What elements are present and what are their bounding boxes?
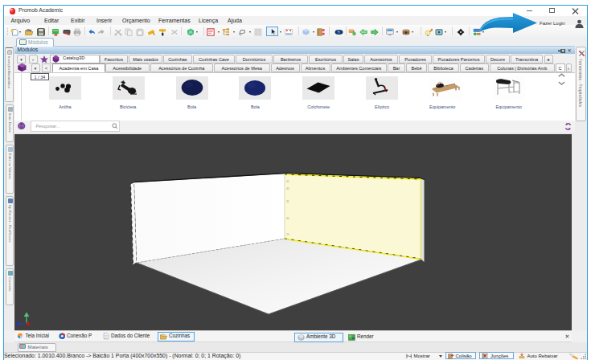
svg-text:30: 30 — [286, 217, 289, 220]
svg-text:40: 40 — [286, 187, 289, 190]
svg-text:35: 35 — [286, 200, 289, 203]
svg-text:45: 45 — [286, 180, 289, 183]
svg-text:25: 25 — [286, 233, 289, 236]
